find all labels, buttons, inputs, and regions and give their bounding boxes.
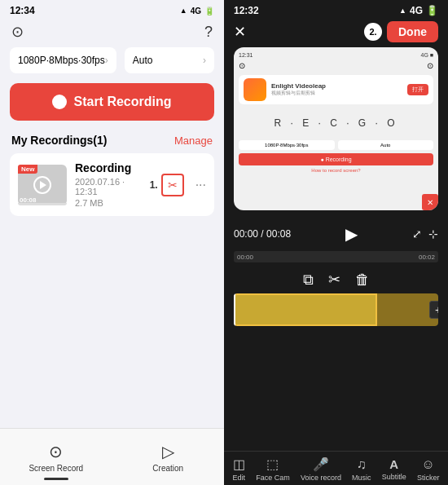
settings-icon[interactable]: ⊙: [11, 23, 24, 41]
recording-size: 2.7 MB: [75, 198, 142, 208]
app-sub-label: 视频剪辑与后期剪辑: [271, 90, 326, 97]
quality-label: 1080P·8Mbps·30fps: [18, 55, 105, 66]
nav-item-creation[interactable]: ▷ Creation: [112, 429, 225, 485]
left-panel: 12:34 ▲ 4G 🔋 ⊙ ? 1080P·8Mbps·30fps › Aut…: [0, 0, 224, 485]
preview-record-section: 1080P·8Mbps·30fps Auto ● Recording How t…: [239, 140, 433, 173]
how-to-record-link[interactable]: How to record screen?: [239, 168, 433, 173]
voice-record-icon: 🎤: [313, 456, 329, 472]
network-label: 4G: [191, 7, 201, 15]
phone-preview: 12:31 4G ■ ⊙ ⊙ Enlight Videoleap 视频剪辑与后期…: [234, 47, 438, 210]
creation-label: Creation: [152, 464, 183, 473]
help-icon[interactable]: ?: [204, 24, 213, 41]
preview-network: 4G ■: [420, 52, 433, 58]
record-indicator: [52, 95, 67, 109]
right-top-bar: ✕ 2. Done: [224, 20, 448, 47]
annotation-2-label: 2.: [364, 23, 382, 41]
video-controls: 00:00 / 00:08 ▶ ⤢ ⊹: [224, 217, 448, 251]
app-info: Enlight Videoleap 视频剪辑与后期剪辑: [271, 82, 326, 97]
record-settings: 1080P·8Mbps·30fps › Auto ›: [0, 47, 224, 83]
preview-settings-icon: ⊙: [239, 61, 245, 70]
preview-icons-row: ⊙ ⊙: [239, 61, 433, 70]
audio-setting-btn[interactable]: Auto ›: [125, 47, 214, 73]
timeline-cursor: [234, 293, 235, 326]
copy-tool[interactable]: ⧉: [303, 271, 314, 289]
timeline-start: 00:00: [237, 254, 253, 261]
app-name-label: Enlight Videoleap: [271, 82, 326, 90]
preview-settings-row: 1080P·8Mbps·30fps Auto: [239, 140, 433, 150]
manage-button[interactable]: Manage: [174, 134, 213, 147]
quality-setting-btn[interactable]: 1080P·8Mbps·30fps ›: [10, 47, 116, 73]
recording-info: Recording 2020.07.16 · 12:31 2.7 MB: [75, 161, 142, 208]
trim-marker: ✕: [422, 194, 438, 210]
recording-item: New 00:08 Recording 2020.07.16 · 12:31 2…: [10, 153, 214, 216]
add-clip-button[interactable]: +: [429, 301, 438, 319]
subtitle-label: Subtitle: [382, 473, 406, 481]
right-status-bar: 12:32 ▲ 4G 🔋: [224, 0, 448, 20]
recording-thumbnail: New 00:08: [18, 165, 67, 205]
done-button[interactable]: Done: [387, 21, 438, 42]
right-signal-icon: ▲: [399, 7, 406, 15]
screen-record-label: Screen Record: [29, 464, 83, 473]
play-icon: ▶: [345, 224, 358, 244]
preview-quality-btn: 1080P·8Mbps·30fps: [239, 140, 335, 150]
edit-label: Edit: [233, 474, 246, 482]
timeline-strip: +: [234, 293, 438, 326]
left-status-icons: ▲ 4G 🔋: [180, 7, 214, 15]
bottom-navigation: ⊙ Screen Record ▷ Creation: [0, 428, 224, 485]
tool-voice-record[interactable]: 🎤 Voice record: [301, 456, 341, 482]
right-battery-icon: 🔋: [426, 5, 438, 16]
subtitle-icon: A: [389, 457, 398, 471]
more-options-button[interactable]: ···: [195, 178, 206, 192]
timeline-clip-main: [234, 293, 377, 326]
recording-name: Recording: [75, 161, 142, 174]
preview-help-icon: ⊙: [427, 61, 433, 70]
expand-icon[interactable]: ⤢: [412, 227, 422, 240]
music-icon: ♫: [357, 457, 367, 472]
preview-time: 12:31: [239, 52, 253, 58]
creation-icon: ▷: [162, 442, 174, 461]
chevron-right-icon: ›: [105, 55, 108, 66]
timeline-end: 00:02: [419, 254, 435, 261]
tool-face-cam[interactable]: ⬚ Face Cam: [256, 456, 290, 482]
tool-edit[interactable]: ◫ Edit: [233, 456, 246, 482]
recgo-text: R · E · C · G · O: [239, 117, 433, 129]
preview-audio-btn: Auto: [338, 140, 434, 150]
scissors-icon[interactable]: ✂: [161, 174, 184, 196]
bottom-toolbar: ◫ Edit ⬚ Face Cam 🎤 Voice record ♫ Music…: [224, 451, 448, 485]
sticker-icon: ☺: [421, 457, 434, 472]
right-panel: 12:32 ▲ 4G 🔋 ✕ 2. Done 12:31 4G ■ ⊙ ⊙: [224, 0, 448, 485]
close-button[interactable]: ✕: [234, 23, 246, 41]
voice-record-label: Voice record: [301, 474, 341, 482]
annotation-2: 2. Done: [364, 21, 438, 42]
play-button[interactable]: [33, 176, 51, 194]
annotation-1: 1. ✂: [150, 174, 184, 196]
left-top-bar: ⊙ ?: [0, 20, 224, 47]
tool-music[interactable]: ♫ Music: [352, 457, 371, 482]
nav-active-indicator: [44, 478, 68, 480]
tool-sticker[interactable]: ☺ Sticker: [417, 457, 440, 482]
preview-rec-button: ● Recording: [239, 153, 433, 165]
play-pause-button[interactable]: ▶: [340, 222, 364, 246]
audio-label: Auto: [133, 55, 153, 66]
timeline-bar: 00:00 00:02: [234, 251, 438, 262]
recordings-header: My Recordings(1) Manage: [0, 134, 224, 153]
preview-app-row: Enlight Videoleap 视频剪辑与后期剪辑 打开: [239, 75, 433, 104]
right-time: 12:32: [234, 5, 259, 16]
recording-date: 2020.07.16 · 12:31: [75, 177, 142, 196]
signal-icon: ▲: [180, 7, 187, 15]
left-status-bar: 12:34 ▲ 4G 🔋: [0, 0, 224, 20]
preview-inner: 12:31 4G ■ ⊙ ⊙ Enlight Videoleap 视频剪辑与后期…: [234, 47, 438, 210]
edit-tools: ⧉ ✂ 🗑: [224, 267, 448, 293]
battery-icon: 🔋: [204, 7, 214, 15]
face-cam-icon: ⬚: [266, 456, 279, 472]
open-app-button[interactable]: 打开: [407, 84, 428, 95]
trash-tool[interactable]: 🗑: [355, 271, 370, 289]
start-recording-label: Start Recording: [73, 95, 171, 109]
start-recording-button[interactable]: Start Recording: [10, 83, 214, 121]
music-label: Music: [352, 474, 371, 482]
new-badge: New: [18, 165, 37, 174]
fullscreen-icon[interactable]: ⊹: [428, 227, 438, 240]
scissors-tool[interactable]: ✂: [328, 271, 340, 289]
nav-item-screen-record[interactable]: ⊙ Screen Record: [0, 429, 112, 485]
tool-subtitle[interactable]: A Subtitle: [382, 457, 406, 481]
